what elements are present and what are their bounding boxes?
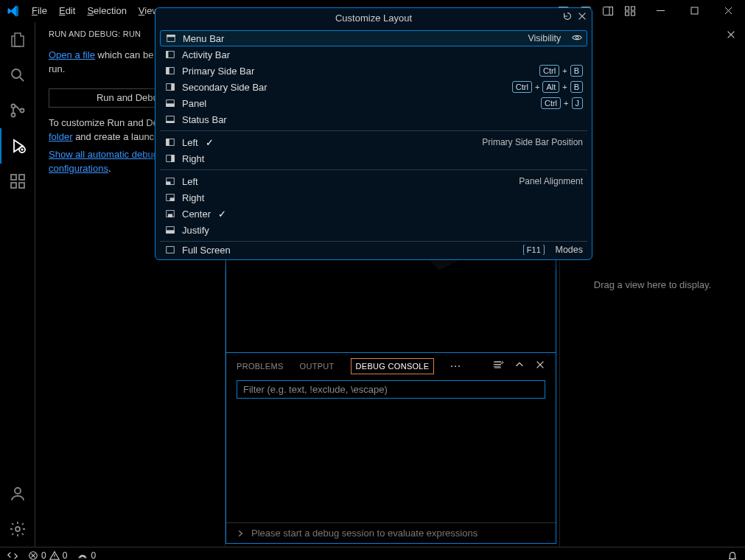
menu-selection[interactable]: Selection [81, 0, 132, 22]
svg-rect-43 [170, 198, 174, 201]
close-button[interactable] [711, 0, 745, 22]
clear-console-icon[interactable] [492, 360, 504, 373]
rect-icon [164, 65, 176, 77]
ports-status[interactable]: 0 [77, 550, 96, 561]
open-folder-link[interactable]: folder [49, 131, 73, 142]
svg-point-20 [15, 488, 21, 494]
svg-point-14 [21, 109, 24, 113]
popup-item-panel-center[interactable]: Center✓ [160, 206, 587, 222]
panel-overflow-icon[interactable]: ··· [450, 362, 461, 371]
debug-console-repl[interactable]: Please start a debug session to evaluate… [226, 522, 556, 543]
popup-item-fullscreen[interactable]: Full Screen F11 Modes [160, 245, 587, 255]
svg-point-12 [12, 105, 15, 108]
popup-item-panel-left[interactable]: Left Panel Alignment [160, 173, 587, 189]
svg-rect-47 [167, 231, 175, 234]
popup-item-sidebar-right[interactable]: Right [160, 150, 587, 167]
check-icon: ✓ [206, 137, 214, 148]
extensions-icon[interactable] [0, 164, 35, 199]
tab-debug-console[interactable]: DEBUG CONSOLE [351, 358, 435, 374]
explorer-icon[interactable] [0, 22, 35, 57]
popup-item-primary-sidebar[interactable]: Primary Side Bar Ctrl+B [160, 63, 587, 79]
svg-point-21 [15, 527, 20, 531]
svg-rect-5 [609, 7, 613, 15]
drop-hint: Drag a view here to display. [594, 279, 711, 290]
fullscreen-icon [164, 245, 176, 255]
eye-icon [572, 32, 582, 45]
popup-item-panel[interactable]: Panel Ctrl+J [160, 95, 587, 111]
popup-title: Customize Layout [155, 8, 592, 27]
svg-rect-8 [626, 12, 629, 15]
close-panel-icon[interactable] [535, 360, 545, 373]
svg-rect-37 [167, 139, 169, 146]
toggle-secondary-sidebar-icon[interactable] [598, 1, 618, 21]
popup-item-sidebar-left[interactable]: Left✓ Primary Side Bar Position [160, 134, 587, 150]
rect-icon [164, 81, 176, 93]
rect-icon [164, 113, 176, 125]
svg-rect-10 [691, 7, 698, 14]
notifications-icon[interactable] [727, 550, 738, 561]
rect-icon [164, 224, 176, 236]
svg-rect-35 [167, 122, 175, 123]
popup-item-secondary-sidebar[interactable]: Secondary Side Bar Ctrl+Alt+B [160, 79, 587, 95]
search-icon[interactable] [0, 57, 35, 93]
rect-icon [164, 49, 176, 60]
open-file-link[interactable]: Open a file [49, 49, 95, 60]
filter-input[interactable] [237, 380, 545, 399]
close-editor-group-icon[interactable] [726, 29, 736, 42]
svg-rect-45 [168, 214, 172, 217]
activity-bar [0, 22, 35, 547]
check-icon: ✓ [218, 209, 226, 220]
svg-rect-17 [11, 183, 16, 188]
rect-icon [164, 175, 176, 187]
tab-output[interactable]: OUTPUT [300, 362, 335, 371]
svg-point-13 [12, 113, 15, 117]
rect-icon [164, 208, 176, 220]
close-popup-icon[interactable] [577, 11, 587, 24]
popup-item-menubar[interactable]: Menu Bar Visibility [160, 30, 587, 46]
svg-rect-33 [167, 104, 175, 107]
svg-rect-29 [167, 68, 169, 74]
vscode-logo-icon [0, 4, 26, 18]
tab-problems[interactable]: PROBLEMS [237, 362, 284, 371]
svg-rect-9 [632, 12, 635, 15]
source-control-icon[interactable] [0, 93, 35, 128]
run-debug-icon[interactable] [0, 128, 35, 164]
popup-separator [160, 169, 587, 170]
accounts-icon[interactable] [0, 476, 35, 511]
debug-console-body[interactable] [226, 403, 556, 522]
rect-icon [164, 153, 176, 164]
popup-separator [160, 241, 587, 242]
menu-file[interactable]: File [26, 0, 53, 22]
maximize-button[interactable] [677, 0, 711, 22]
popup-separator [160, 130, 587, 131]
svg-rect-39 [172, 155, 175, 162]
chevron-right-icon [237, 530, 244, 537]
menu-edit[interactable]: Edit [53, 0, 81, 22]
menu-bar: File Edit Selection View [26, 0, 165, 22]
problems-status[interactable]: 0 0 [28, 550, 67, 561]
remote-indicator[interactable] [7, 550, 18, 561]
svg-rect-6 [626, 7, 629, 10]
reset-layout-icon[interactable] [562, 11, 573, 24]
popup-item-panel-right[interactable]: Right [160, 189, 587, 206]
svg-rect-41 [167, 182, 170, 185]
customize-layout-popup: Customize Layout Menu Bar Visibility Act… [155, 7, 592, 260]
rect-icon [164, 192, 176, 203]
rect-icon [164, 97, 176, 109]
customize-layout-icon[interactable] [620, 1, 640, 21]
show-auto-debug-link[interactable]: Show all automatic debug configurations [49, 149, 158, 174]
svg-rect-24 [167, 35, 175, 37]
settings-gear-icon[interactable] [0, 511, 35, 547]
svg-rect-7 [632, 7, 635, 10]
repl-placeholder: Please start a debug session to evaluate… [251, 528, 478, 539]
popup-list: Menu Bar Visibility Activity Bar Primary… [155, 27, 592, 259]
popup-item-activitybar[interactable]: Activity Bar [160, 46, 587, 63]
rect-icon [164, 136, 176, 148]
popup-item-statusbar[interactable]: Status Bar [160, 111, 587, 127]
minimize-button[interactable] [643, 0, 677, 22]
svg-rect-19 [19, 175, 24, 180]
collapse-panel-icon[interactable] [514, 360, 525, 373]
bottom-panel: PROBLEMS OUTPUT DEBUG CONSOLE ··· Please… [225, 352, 556, 544]
popup-item-panel-justify[interactable]: Justify [160, 222, 587, 238]
svg-rect-18 [19, 183, 24, 188]
